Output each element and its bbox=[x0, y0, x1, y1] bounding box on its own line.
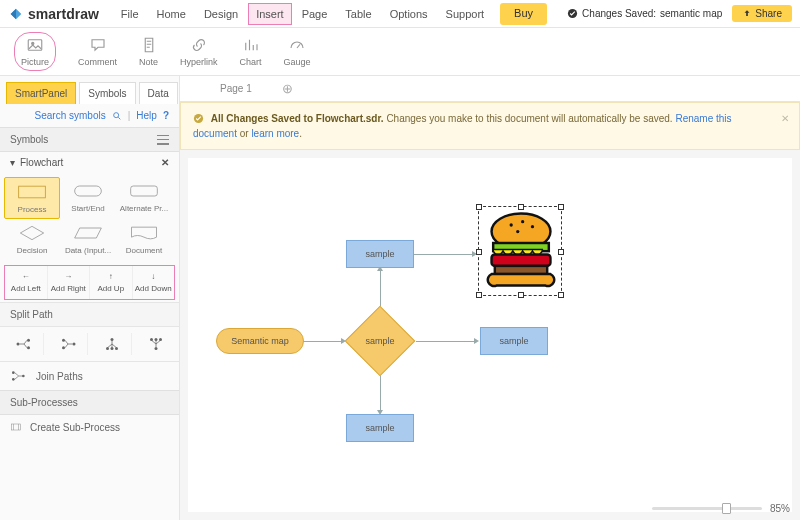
svg-point-18 bbox=[150, 338, 153, 341]
selection-handle[interactable] bbox=[476, 204, 482, 210]
tool-note[interactable]: Note bbox=[139, 36, 158, 67]
svg-point-22 bbox=[12, 378, 15, 381]
menu-table[interactable]: Table bbox=[337, 3, 379, 25]
svg-rect-4 bbox=[19, 186, 46, 198]
node-top[interactable]: sample bbox=[346, 240, 414, 268]
menu-insert[interactable]: Insert bbox=[248, 3, 292, 25]
help-icon[interactable]: ? bbox=[163, 110, 169, 121]
selection-handle[interactable] bbox=[558, 292, 564, 298]
svg-rect-1 bbox=[28, 40, 42, 51]
comment-icon bbox=[89, 36, 107, 54]
tool-picture-label: Picture bbox=[21, 57, 49, 67]
node-right[interactable]: sample bbox=[480, 327, 548, 355]
svg-point-29 bbox=[531, 225, 534, 228]
share-icon bbox=[742, 9, 752, 19]
note-icon bbox=[140, 36, 158, 54]
shape-decision-label: Decision bbox=[17, 246, 48, 255]
svg-point-13 bbox=[110, 338, 113, 341]
menu-page[interactable]: Page bbox=[294, 3, 336, 25]
add-right-button[interactable]: →Add Right bbox=[48, 266, 91, 299]
inserted-picture-selection[interactable] bbox=[478, 206, 562, 296]
split-path-header: Split Path bbox=[0, 302, 179, 327]
symbols-menu-icon[interactable] bbox=[157, 135, 169, 145]
menu-file[interactable]: File bbox=[113, 3, 147, 25]
buy-button[interactable]: Buy bbox=[500, 3, 547, 25]
node-start[interactable]: Semantic map bbox=[216, 328, 304, 354]
menu-options[interactable]: Options bbox=[382, 3, 436, 25]
zoom-slider[interactable] bbox=[652, 507, 762, 510]
category-name[interactable]: Flowchart bbox=[20, 157, 63, 168]
shape-altproc-label: Alternate Pr... bbox=[120, 204, 168, 213]
tool-comment[interactable]: Comment bbox=[78, 36, 117, 67]
menu-design[interactable]: Design bbox=[196, 3, 246, 25]
category-caret-icon[interactable]: ▾ bbox=[10, 157, 15, 168]
zoom-thumb[interactable] bbox=[722, 503, 731, 514]
sub-processes-header: Sub-Processes bbox=[0, 390, 179, 415]
add-left-button[interactable]: ←Add Left bbox=[5, 266, 48, 299]
svg-rect-32 bbox=[492, 254, 551, 265]
tab-symbols[interactable]: Symbols bbox=[79, 82, 135, 104]
svg-point-30 bbox=[516, 230, 519, 233]
tool-gauge[interactable]: Gauge bbox=[284, 36, 311, 67]
arrow bbox=[416, 341, 476, 342]
svg-point-9 bbox=[27, 346, 30, 349]
check-icon bbox=[193, 113, 204, 124]
app-logo[interactable]: smartdraw bbox=[8, 6, 99, 22]
svg-point-27 bbox=[510, 223, 513, 226]
node-bottom[interactable]: sample bbox=[346, 414, 414, 442]
node-decision[interactable]: sample bbox=[345, 306, 415, 376]
menu-support[interactable]: Support bbox=[438, 3, 493, 25]
svg-point-19 bbox=[154, 338, 157, 341]
split-three-up[interactable] bbox=[136, 333, 175, 355]
picture-icon bbox=[26, 36, 44, 54]
svg-point-17 bbox=[154, 347, 157, 350]
svg-point-12 bbox=[62, 346, 65, 349]
app-name: smartdraw bbox=[28, 6, 99, 22]
search-symbols-link[interactable]: Search symbols bbox=[35, 110, 106, 121]
add-page-button[interactable]: ⊕ bbox=[282, 81, 293, 96]
help-link[interactable]: Help bbox=[136, 110, 157, 121]
share-button[interactable]: Share bbox=[732, 5, 792, 22]
tool-chart[interactable]: Chart bbox=[240, 36, 262, 67]
svg-point-16 bbox=[115, 347, 118, 350]
search-icon[interactable] bbox=[112, 111, 122, 121]
tool-picture[interactable]: Picture bbox=[14, 32, 56, 71]
arrow-up-icon: ↑ bbox=[109, 272, 113, 281]
shape-datainput[interactable]: Data (Input... bbox=[60, 219, 116, 259]
selection-handle[interactable] bbox=[476, 249, 482, 255]
selection-handle[interactable] bbox=[558, 249, 564, 255]
menu-home[interactable]: Home bbox=[149, 3, 194, 25]
shape-altproc[interactable]: Alternate Pr... bbox=[116, 177, 172, 219]
page-tab-1[interactable]: Page 1 bbox=[220, 83, 252, 94]
category-close[interactable]: ✕ bbox=[161, 157, 169, 168]
add-up-button[interactable]: ↑Add Up bbox=[90, 266, 133, 299]
tab-data[interactable]: Data bbox=[139, 82, 178, 104]
main-menu: File Home Design Insert Page Table Optio… bbox=[113, 3, 547, 25]
shape-process[interactable]: Process bbox=[4, 177, 60, 219]
svg-rect-6 bbox=[131, 186, 158, 196]
shape-document[interactable]: Document bbox=[116, 219, 172, 259]
add-direction-row: ←Add Left →Add Right ↑Add Up ↓Add Down bbox=[4, 265, 175, 300]
tool-hyperlink[interactable]: Hyperlink bbox=[180, 36, 218, 67]
selection-handle[interactable] bbox=[518, 204, 524, 210]
selection-handle[interactable] bbox=[558, 204, 564, 210]
selection-handle[interactable] bbox=[476, 292, 482, 298]
banner-text: Changes you make to this document will a… bbox=[384, 113, 676, 124]
arrow bbox=[303, 341, 343, 342]
banner-learn-link[interactable]: learn more bbox=[251, 128, 299, 139]
tab-smartpanel[interactable]: SmartPanel bbox=[6, 82, 76, 104]
create-sub-process[interactable]: Create Sub-Process bbox=[0, 415, 179, 439]
canvas[interactable]: Semantic map sample sample sample sample bbox=[188, 158, 792, 512]
join-paths-label[interactable]: Join Paths bbox=[36, 371, 83, 382]
banner-close[interactable]: ✕ bbox=[781, 111, 789, 126]
split-two-left[interactable] bbox=[48, 333, 88, 355]
tool-note-label: Note bbox=[139, 57, 158, 67]
shape-startend[interactable]: Start/End bbox=[60, 177, 116, 219]
shape-decision[interactable]: Decision bbox=[4, 219, 60, 259]
add-down-button[interactable]: ↓Add Down bbox=[133, 266, 175, 299]
symbols-header: Symbols bbox=[10, 134, 48, 145]
gauge-icon bbox=[288, 36, 306, 54]
split-two-right[interactable] bbox=[4, 333, 44, 355]
split-three-down[interactable] bbox=[92, 333, 132, 355]
selection-handle[interactable] bbox=[518, 292, 524, 298]
